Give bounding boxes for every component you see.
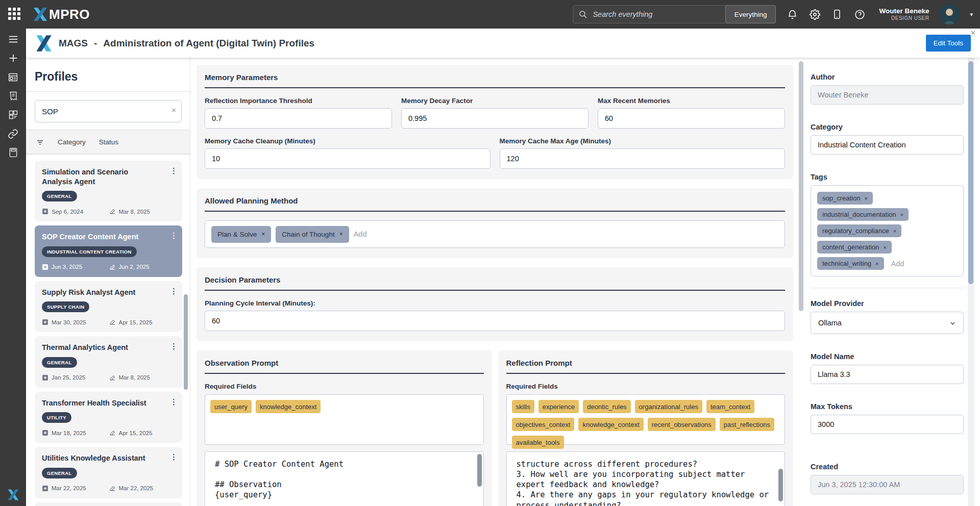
required-field-chip[interactable]: team_context (706, 400, 754, 413)
kebab-menu-icon[interactable]: ⋮ (170, 397, 178, 407)
sidebar-scrollbar[interactable] (184, 294, 188, 390)
remove-icon[interactable]: × (900, 212, 903, 218)
link-icon[interactable] (7, 128, 19, 140)
max-recent-memories-input[interactable] (598, 108, 785, 129)
modified-date-icon (109, 264, 116, 270)
field-label: Memory Cache Max Age (Minutes) (500, 137, 786, 145)
profile-card[interactable]: Supply Risk Analyst Agent ⋮ SUPPLY CHAIN… (35, 281, 182, 333)
profile-card[interactable]: Simulation and Scenario Analysis Agent ⋮… (35, 161, 182, 221)
memory-cache-max-age-input[interactable] (500, 148, 786, 169)
apps-grid-icon[interactable] (8, 8, 21, 21)
kebab-menu-icon[interactable]: ⋮ (170, 287, 178, 296)
settings-gear-icon[interactable] (808, 8, 821, 20)
planning-cycle-interval-input[interactable] (205, 311, 785, 331)
main-content: Memory Parameters Reflection Importance … (190, 58, 806, 506)
user-avatar[interactable] (939, 4, 960, 24)
textarea-scrollbar[interactable] (477, 454, 482, 487)
required-field-chip[interactable]: deontic_rules (583, 400, 630, 413)
textarea-scrollbar[interactable] (778, 469, 783, 501)
profile-card[interactable]: Utility Assistant ⋮ UTILITY (35, 502, 182, 506)
page-scrollbar[interactable] (968, 61, 973, 284)
remove-icon[interactable]: × (261, 231, 265, 237)
calculator-icon[interactable] (7, 146, 19, 159)
kebab-menu-icon[interactable]: ⋮ (170, 231, 178, 240)
required-field-chip[interactable]: skills (512, 400, 534, 413)
required-field-chip[interactable]: knowledge_context (578, 418, 643, 431)
created-date: Mar 18, 2025 (52, 430, 86, 436)
observation-prompt-textarea[interactable]: # SOP Creator Content Agent ## Observati… (205, 451, 484, 506)
memory-cache-cleanup-input[interactable] (205, 148, 491, 169)
widget-blocks-icon[interactable] (7, 109, 19, 121)
model-provider-select[interactable]: Ollama (811, 312, 964, 334)
kebab-menu-icon[interactable]: ⋮ (170, 342, 178, 351)
required-field-chip[interactable]: recent_observations (648, 418, 716, 431)
document-script-icon[interactable] (7, 90, 19, 102)
app-header: MAGS - Administration of Agent (Digital … (26, 29, 980, 58)
profile-card[interactable]: Transformer Health Specialist ⋮ UTILITY … (35, 392, 182, 443)
remove-icon[interactable]: × (883, 244, 886, 250)
modified-date-icon (109, 374, 116, 381)
model-provider-label: Model Provider (811, 299, 964, 308)
xmpro-logo: MPRO (33, 7, 90, 22)
kebab-menu-icon[interactable]: ⋮ (170, 166, 178, 175)
section-title: Decision Parameters (205, 275, 785, 291)
category-label: Category (811, 123, 964, 131)
remove-icon[interactable]: × (864, 195, 867, 201)
category-input[interactable] (811, 135, 964, 155)
created-date-icon (42, 319, 48, 325)
remove-icon[interactable]: × (875, 261, 878, 267)
reflection-prompt-textarea[interactable]: structure across different procedures? 3… (506, 451, 786, 506)
remove-icon[interactable]: × (339, 231, 343, 237)
required-field-chip[interactable]: user_query (210, 400, 252, 413)
profile-card-selected[interactable]: SOP Creator Content Agent ⋮ INDUSTRIAL C… (35, 225, 182, 277)
app-window-icon[interactable] (7, 71, 19, 83)
required-field-chip[interactable]: knowledge_context (256, 400, 321, 413)
category-badge: INDUSTRIAL CONTENT CREATION (42, 246, 137, 257)
required-field-chip[interactable]: available_tools (512, 436, 564, 449)
hamburger-menu-icon[interactable] (7, 33, 19, 45)
section-title: Memory Parameters (205, 73, 785, 88)
required-field-chip[interactable]: experience (538, 400, 579, 413)
filter-bar: Category Status (26, 130, 190, 154)
help-icon[interactable] (853, 8, 866, 20)
edit-tools-button[interactable]: Edit Tools (926, 35, 971, 52)
search-scope-button[interactable]: Everything (725, 5, 776, 23)
observation-required-fields: user_query knowledge_context (205, 394, 484, 445)
add-new-icon[interactable] (7, 52, 19, 64)
close-icon[interactable]: ✕ (970, 29, 976, 37)
global-search-input[interactable] (587, 10, 725, 18)
clear-search-icon[interactable]: × (172, 106, 176, 114)
tags-input[interactable]: sop_creation× industrial_documentation× … (811, 185, 964, 276)
global-search-bar[interactable]: Everything (573, 5, 776, 23)
main-scrollbar[interactable] (799, 61, 803, 311)
profile-card[interactable]: Utilities Knowledge Assistant ⋮ GENERAL … (35, 447, 182, 498)
add-method-placeholder[interactable]: Add (354, 230, 367, 238)
notifications-bell-icon[interactable] (786, 8, 798, 20)
filter-category[interactable]: Category (58, 138, 86, 146)
add-tag-placeholder[interactable]: Add (891, 260, 904, 268)
mobile-device-icon[interactable] (831, 8, 843, 20)
filter-icon[interactable] (36, 138, 44, 146)
planning-method-chip: Chain of Thought × (276, 226, 349, 243)
user-name: Wouter Beneke (879, 7, 929, 15)
caret-down-icon[interactable]: ▾ (970, 11, 973, 18)
user-menu[interactable]: Wouter Beneke DESIGN USER (879, 7, 929, 21)
remove-icon[interactable]: × (893, 228, 896, 234)
memory-decay-factor-input[interactable] (401, 108, 589, 129)
kebab-menu-icon[interactable]: ⋮ (170, 452, 178, 462)
modified-date: Jun 2, 2025 (119, 264, 150, 270)
observation-prompt-section: Observation Prompt Required Fields user_… (197, 350, 492, 506)
max-tokens-input[interactable] (811, 415, 964, 434)
profiles-panel: Profiles × Category Status Simulation an… (26, 58, 190, 506)
required-field-chip[interactable]: past_reflections (720, 418, 774, 431)
divider (811, 288, 964, 288)
filter-status[interactable]: Status (99, 138, 118, 146)
required-field-chip[interactable]: organizational_rules (635, 400, 702, 413)
max-tokens-label: Max Tokens (811, 402, 964, 411)
planning-method-input[interactable]: Plan & Solve × Chain of Thought × Add (205, 220, 785, 248)
model-name-input[interactable] (811, 365, 964, 384)
profiles-search-input[interactable] (35, 100, 182, 122)
required-field-chip[interactable]: objectives_context (512, 418, 575, 431)
profile-card[interactable]: Thermal Analytics Agent ⋮ GENERAL Jan 25… (35, 336, 182, 388)
reflection-importance-threshold-input[interactable] (205, 108, 392, 129)
